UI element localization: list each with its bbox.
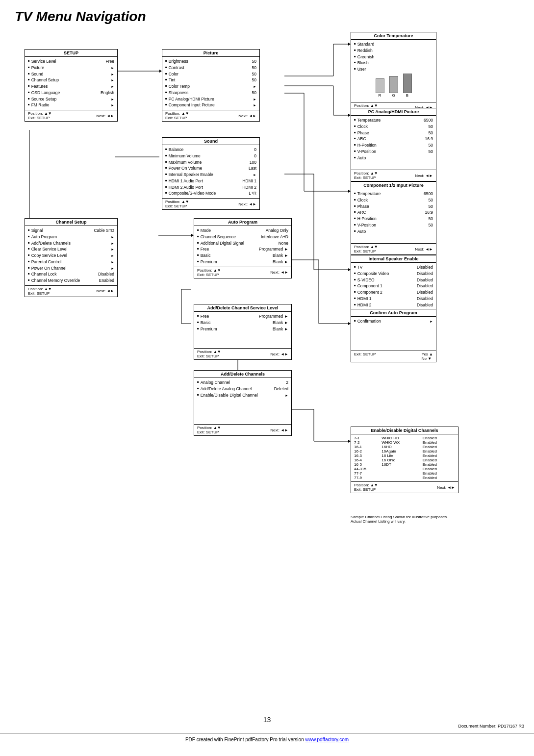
setup-box: SETUP Service Level Free Picture Sound C… (25, 49, 118, 122)
setup-item-fm-radio: FM Radio (28, 102, 114, 108)
ct-reddish: Reddish (354, 48, 433, 54)
setup-body: Service Level Free Picture Sound Channel… (25, 57, 117, 110)
ct-standard: Standard (354, 41, 433, 48)
cs-auto-program: Auto Program (28, 234, 114, 240)
channel-setup-title: Channel Setup (25, 219, 117, 226)
ads-premium: Premium Blank ► (197, 326, 288, 332)
picture-pc-hdmi: PC Analog/HDMI Picture (165, 96, 256, 102)
setup-item-features: Features (28, 83, 114, 90)
sound-power-vol: Power On Volume Last (165, 165, 256, 172)
pc-auto: Auto (354, 155, 433, 161)
pc-v-position: V-Position 50 (354, 149, 433, 155)
confirm-auto-footer: Exit: SETUP Yes ▲No ▼ (351, 351, 436, 362)
auto-program-footer: Position: ▲▼Exit: SETUP Next: ◄► (194, 267, 291, 278)
bar-g: G (389, 76, 398, 98)
sound-composite: Composite/S-Video Mode L+R (165, 190, 256, 197)
auto-program-title: Auto Program (194, 219, 291, 226)
enable-disable-digital-box: Enable/Disable Digital Channels 7-1 WHIO… (351, 427, 458, 493)
sound-min-vol: Minimum Volume 0 (165, 153, 256, 159)
pc-hdmi-body: Temperature 6500 Clock 50 Phase 50 ARC 1… (351, 116, 436, 170)
enable-disable-digital-body: 7-1 WHIO HD Enabled 7-2 WHIO WX Enabled … (351, 434, 458, 481)
digital-channels-table: 7-1 WHIO HD Enabled 7-2 WHIO WX Enabled … (354, 436, 455, 480)
picture-footer: Position: ▲▼Exit: SETUP Next: ◄► (162, 110, 259, 121)
ads-basic: Basic Blank ► (197, 320, 288, 326)
cs-channel-lock: Channel Lock Disabled (28, 271, 114, 277)
page-title: TV Menu Navigation (15, 9, 534, 25)
add-delete-channels-box: Add/Delete Channels Analog Channel 2 Add… (194, 370, 292, 436)
is-tv: TV Disabled (354, 264, 433, 271)
table-row: 7-1 WHIO HD Enabled (354, 436, 455, 440)
bar-b: B (403, 74, 412, 98)
ap-mode: Mode Analog Only (197, 227, 288, 234)
ci-h-position: H-Position 50 (354, 216, 433, 222)
setup-item-source-setup: Source Setup (28, 96, 114, 102)
table-row: 7-2 WHIO WX Enabled (354, 440, 455, 445)
pc-arc: ARC 16:9 (354, 136, 433, 142)
sound-max-vol: Maximum Volume 100 (165, 159, 256, 166)
internal-speaker-title: Internal Speaker Enable (351, 255, 436, 263)
picture-box: Picture Brightness 50 Contrast 50 Color … (162, 49, 260, 122)
confirm-auto-box: Confirm Auto Program Confirmation Exit: … (351, 309, 436, 362)
is-hdmi2: HDMI 2 Disabled (354, 302, 433, 308)
pc-hdmi-footer: Position: ▲▼Exit: SETUP Next: ◄► (351, 170, 436, 181)
is-hdmi1: HDMI 1 Disabled (354, 296, 433, 302)
ap-basic: Basic Blank ► (197, 252, 288, 259)
cs-clear-service: Clear Service Level (28, 246, 114, 252)
page-number: 13 (0, 716, 534, 724)
is-svideo: S-VIDEO Disabled (354, 277, 433, 283)
cs-power-channel: Power On Channel (28, 265, 114, 272)
picture-sharpness: Sharpness 50 (165, 90, 256, 96)
bar-r: R (376, 78, 384, 98)
setup-footer: Position: ▲▼Exit: SETUP Next: ◄► (25, 110, 117, 121)
ct-greenish: Greenish (354, 54, 433, 60)
cs-copy-service: Copy Service Level (28, 252, 114, 259)
is-composite: Composite Video Disabled (354, 271, 433, 277)
setup-item-channel-setup: Channel Setup (28, 77, 114, 83)
channel-setup-box: Channel Setup Signal Cable STD Auto Prog… (25, 218, 118, 297)
sound-balance: Balance 0 (165, 147, 256, 153)
adc-add-delete-analog: Add/Delete Analog Channel Deleted (197, 386, 288, 392)
auto-program-body: Mode Analog Only Channel Sequence Interl… (194, 226, 291, 267)
footer-pdf-link[interactable]: www.pdffactory.com (305, 737, 349, 742)
ap-premium: Premium Blank ► (197, 259, 288, 265)
ci-clock: Clock 50 (354, 197, 433, 203)
table-row: 16-2 16Again Enabled (354, 449, 455, 454)
ct-bluish: Bluish (354, 60, 433, 66)
picture-title: Picture (162, 50, 259, 57)
picture-body: Brightness 50 Contrast 50 Color 50 Tint … (162, 57, 259, 110)
pc-hdmi-title: PC Analog/HDMI Picture (351, 108, 436, 116)
ci-v-position: V-Position 50 (354, 222, 433, 228)
picture-color: Color 50 (165, 71, 256, 77)
adc-analog: Analog Channel 2 (197, 379, 288, 386)
table-row: 44-315 Enabled (354, 467, 455, 471)
add-delete-service-body: Free Programmed ► Basic Blank ► Premium … (194, 312, 291, 348)
table-row: 16-4 16 Ohio Enabled (354, 458, 455, 462)
picture-component: Component Input Picture (165, 102, 256, 108)
add-delete-channels-body: Analog Channel 2 Add/Delete Analog Chann… (194, 378, 291, 424)
pc-phase: Phase 50 (354, 130, 433, 136)
ct-user: User (354, 66, 433, 73)
setup-item-sound: Sound (28, 71, 114, 77)
table-row: 16-1 16HD Enabled (354, 445, 455, 449)
sound-title: Sound (162, 138, 259, 145)
sound-speaker: Internal Speaker Enable (165, 172, 256, 178)
color-temp-box: Color Temperature Standard Reddish Green… (351, 32, 436, 114)
confirm-auto-body: Confirmation (351, 317, 436, 351)
ci-auto: Auto (354, 228, 433, 235)
cs-memory-override: Channel Memory Override Enabled (28, 277, 114, 284)
is-component2: Component 2 Disabled (354, 289, 433, 296)
enable-disable-digital-title: Enable/Disable Digital Channels (351, 427, 458, 434)
ads-free: Free Programmed ► (197, 313, 288, 320)
add-delete-channels-footer: Position: ▲▼Exit: SETUP Next: ◄► (194, 424, 291, 435)
component-input-title: Component 1/2 Input Picture (351, 182, 436, 189)
is-component1: Component 1 Disabled (354, 283, 433, 289)
pc-h-position: H-Position 50 (354, 142, 433, 149)
component-input-footer: Position: ▲▼Exit: SETUP Next: ◄► (351, 243, 436, 254)
channel-setup-body: Signal Cable STD Auto Program Add/Delete… (25, 226, 117, 285)
channel-listing-note: Sample Channel Listing Shown for Illustr… (351, 515, 458, 524)
auto-program-box: Auto Program Mode Analog Only Channel Se… (194, 218, 292, 278)
cs-add-delete: Add/Delete Channels (28, 240, 114, 247)
setup-item-service-level: Service Level Free (28, 58, 114, 65)
doc-number: Document Number: PD17I167 R3 (0, 724, 524, 729)
picture-contrast: Contrast 50 (165, 65, 256, 71)
